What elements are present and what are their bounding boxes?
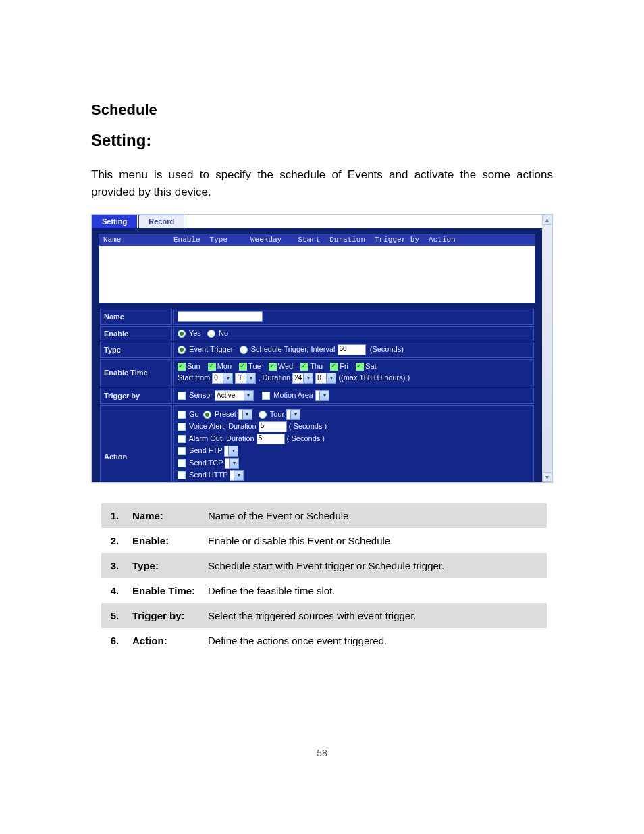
start-min-select[interactable]: 0▾ xyxy=(235,373,256,384)
event-list-header: Name Enable Type Weekday Start Duration … xyxy=(99,234,535,246)
page-number: 58 xyxy=(0,748,644,758)
day-tue-checkbox[interactable] xyxy=(239,363,247,371)
preset-select[interactable]: ▾ xyxy=(238,409,252,420)
type-schedule-radio[interactable] xyxy=(240,346,248,354)
tab-record[interactable]: Record xyxy=(138,215,184,228)
duration-hour-select[interactable]: 24▾ xyxy=(292,373,313,384)
trigger-sensor-checkbox[interactable] xyxy=(178,392,186,400)
voice-duration-input[interactable]: 5 xyxy=(259,421,287,432)
ftp-select[interactable]: ▾ xyxy=(224,446,238,457)
start-hour-select[interactable]: 0▾ xyxy=(212,373,233,384)
day-fri-checkbox[interactable] xyxy=(330,363,338,371)
action-alarm-checkbox[interactable] xyxy=(178,435,186,443)
day-thu-checkbox[interactable] xyxy=(300,363,308,371)
row-action-label: Action xyxy=(100,405,172,482)
trigger-motion-checkbox[interactable] xyxy=(262,392,270,400)
page-section-title: Schedule xyxy=(91,101,553,119)
day-wed-checkbox[interactable] xyxy=(269,363,277,371)
enable-no-radio[interactable] xyxy=(207,330,215,338)
row-triggerby-label: Trigger by xyxy=(100,388,172,404)
table-row: 4. Enable Time: Define the feasible time… xyxy=(101,578,547,603)
action-http-checkbox[interactable] xyxy=(178,471,186,479)
settings-screenshot: ▴ ▾ Setting Record Name Enable Type Week… xyxy=(91,214,553,483)
alarm-duration-input[interactable]: 5 xyxy=(257,434,285,444)
day-sun-checkbox[interactable] xyxy=(178,363,186,371)
type-event-radio[interactable] xyxy=(178,346,186,354)
action-go-checkbox[interactable] xyxy=(178,411,186,419)
go-preset-radio[interactable] xyxy=(203,411,211,419)
http-select[interactable]: ▾ xyxy=(230,470,244,481)
action-ftp-checkbox[interactable] xyxy=(178,447,186,455)
schedule-heading: Setting: xyxy=(91,131,151,149)
table-row: 2. Enable: Enable or disable this Event … xyxy=(101,528,547,553)
tab-setting[interactable]: Setting xyxy=(92,215,137,228)
motion-area-select[interactable]: ▾ xyxy=(315,390,329,401)
scroll-up-icon[interactable]: ▴ xyxy=(542,215,552,225)
go-tour-radio[interactable] xyxy=(259,411,267,419)
table-row: 1. Name: Name of the Event or Schedule. xyxy=(101,503,547,528)
sensor-state-select[interactable]: Active▾ xyxy=(215,390,254,401)
row-name-label: Name xyxy=(100,309,172,325)
action-tcp-checkbox[interactable] xyxy=(178,459,186,467)
name-input[interactable] xyxy=(178,311,263,322)
row-enabletime-label: Enable Time xyxy=(100,359,172,386)
enable-yes-radio[interactable] xyxy=(178,330,186,338)
table-row: 5. Trigger by: Select the triggered sour… xyxy=(101,603,547,628)
event-list-body xyxy=(99,246,535,303)
scroll-down-icon[interactable]: ▾ xyxy=(542,472,552,482)
day-sat-checkbox[interactable] xyxy=(356,363,364,371)
duration-min-select[interactable]: 0▾ xyxy=(315,373,336,384)
action-voice-checkbox[interactable] xyxy=(178,423,186,431)
tour-select[interactable]: ▾ xyxy=(286,409,300,420)
tcp-select[interactable]: ▾ xyxy=(225,458,239,469)
table-row: 6. Action: Define the actions once event… xyxy=(101,628,547,653)
row-type-label: Type xyxy=(100,342,172,358)
interval-input[interactable]: 60 xyxy=(338,344,366,355)
day-mon-checkbox[interactable] xyxy=(208,363,216,371)
row-enable-label: Enable xyxy=(100,326,172,340)
description-table: 1. Name: Name of the Event or Schedule. … xyxy=(101,503,547,653)
table-row: 3. Type: Schedule start with Event trigg… xyxy=(101,553,547,578)
vertical-scrollbar[interactable]: ▴ ▾ xyxy=(541,215,552,482)
intro-text: This menu is used to specify the schedul… xyxy=(91,166,553,201)
